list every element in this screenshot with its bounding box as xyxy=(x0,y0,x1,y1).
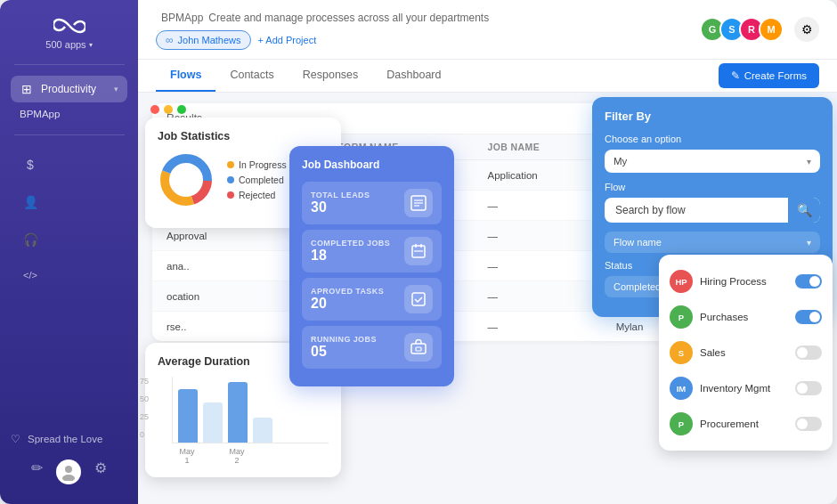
spread-love-label: Spread the Love xyxy=(28,434,102,444)
choose-option-label: Choose an option xyxy=(605,134,820,144)
legend-completed: Completed xyxy=(227,175,287,185)
completed-jobs-icon xyxy=(404,237,433,265)
username-label: John Mathews xyxy=(178,35,241,45)
bar-3 xyxy=(228,382,248,443)
user-badge[interactable]: ∞ John Mathews xyxy=(156,30,251,50)
grid-icon: ⊞ xyxy=(20,82,34,96)
sales-label: Sales xyxy=(700,347,788,358)
bar-chart-grid xyxy=(172,377,329,443)
sidebar-item-bpmapp[interactable]: BPMApp xyxy=(11,104,127,124)
sidebar-divider-2 xyxy=(14,134,125,135)
chevron-icon: ▾ xyxy=(89,41,93,49)
my-option-text: My xyxy=(614,156,627,167)
flow-name-row[interactable]: Flow name ▾ xyxy=(605,232,820,253)
job-stats-title: Job Statistics xyxy=(158,130,329,142)
legend-in-progress: In Progress xyxy=(227,159,287,170)
tab-responses[interactable]: Responses xyxy=(288,60,373,92)
purchases-avatar: P xyxy=(670,305,693,329)
flow-name-label: Flow name xyxy=(614,237,662,248)
sidebar-item-users[interactable]: 👤 xyxy=(14,189,124,215)
purchases-toggle[interactable] xyxy=(795,310,822,324)
flow-option-hiring-process[interactable]: HP Hiring Process xyxy=(659,264,833,299)
user-avatar-bottom[interactable] xyxy=(56,459,81,484)
bar-labels: May 1 May 2 xyxy=(172,447,329,465)
chevron-down-icon-2: ▾ xyxy=(807,238,811,248)
my-option-dropdown[interactable]: My ▾ xyxy=(605,150,820,173)
jd-stat-completed-jobs: Completed Jobs 18 xyxy=(302,230,442,272)
flow-option-sales[interactable]: S Sales xyxy=(659,335,833,370)
search-icon: 🔍 xyxy=(797,203,812,217)
flow-option-procurement[interactable]: P Procurement xyxy=(659,406,833,442)
rejected-dot xyxy=(227,191,234,199)
logo-area: 500 apps ▾ xyxy=(0,0,138,59)
toggle-knob xyxy=(797,383,808,394)
edit-icon: ✎ xyxy=(731,69,740,82)
sales-toggle[interactable] xyxy=(795,345,822,360)
hiring-process-avatar: HP xyxy=(670,270,693,293)
sidebar-item-code[interactable]: </> xyxy=(14,264,124,287)
infinity-icon: ∞ xyxy=(166,34,174,46)
code-icon: </> xyxy=(23,270,37,280)
topbar: BPMAppCreate and manage processes across… xyxy=(138,0,837,60)
app-logo[interactable] xyxy=(53,16,85,36)
procurement-label: Procurement xyxy=(700,419,788,429)
chevron-down-icon: ▾ xyxy=(807,157,811,167)
chevron-right-icon: ▾ xyxy=(114,85,118,93)
flow-option-purchases[interactable]: P Purchases xyxy=(659,299,833,335)
jd-stat-running-jobs: Running Jobs 05 xyxy=(302,326,442,369)
jd-stat-approved-tasks: Aproved Tasks 20 xyxy=(302,278,442,321)
tab-dashboard[interactable]: Dashboard xyxy=(372,60,455,92)
content-area: Results Flow Name Form Name Job Name Cre… xyxy=(138,93,837,504)
tabs: Flows Contacts Responses Dashboard xyxy=(156,60,455,92)
brush-icon[interactable]: ✏ xyxy=(31,459,43,484)
gear-icon: ⚙ xyxy=(801,22,813,37)
spread-love-item[interactable]: ♡ Spread the Love xyxy=(11,433,127,445)
purchases-label: Purchases xyxy=(700,312,788,322)
headset-icon: 🎧 xyxy=(23,232,37,247)
job-dashboard-title: Job Dashboard xyxy=(302,159,442,171)
sidebar-item-productivity[interactable]: ⊞ Productivity ▾ xyxy=(11,76,127,102)
settings-icon[interactable]: ⚙ xyxy=(94,459,107,484)
hiring-process-toggle[interactable] xyxy=(795,274,822,289)
sidebar-item-label: Productivity xyxy=(41,83,96,95)
tab-flows[interactable]: Flows xyxy=(156,60,215,92)
running-jobs-icon xyxy=(404,333,433,362)
procurement-toggle[interactable] xyxy=(795,417,822,431)
sidebar-item-dollar[interactable]: $ xyxy=(14,151,124,178)
sidebar-icon-section: $ 👤 🎧 </> xyxy=(0,141,138,299)
topbar-right: G S R M ⚙ xyxy=(700,17,819,42)
sidebar-item-headset[interactable]: 🎧 xyxy=(14,226,124,253)
bar-chart: 75 50 25 0 xyxy=(158,377,329,465)
approved-tasks-icon xyxy=(404,285,433,313)
procurement-avatar: P xyxy=(670,412,693,435)
sidebar-divider xyxy=(14,64,125,65)
sidebar: 500 apps ▾ ⊞ Productivity ▾ BPMApp $ 👤 xyxy=(0,0,138,504)
avatar-m[interactable]: M xyxy=(759,17,784,42)
tab-contacts[interactable]: Contacts xyxy=(215,60,288,92)
svg-point-5 xyxy=(172,166,200,194)
jd-stat-total-leads: Total Leads 30 xyxy=(302,182,442,224)
hiring-process-label: Hiring Process xyxy=(700,276,788,287)
app-container: 500 apps ▾ ⊞ Productivity ▾ BPMApp $ 👤 xyxy=(0,0,837,504)
create-forms-button[interactable]: ✎ Create Forms xyxy=(719,63,819,88)
avatar-group: G S R M xyxy=(700,17,784,42)
heart-icon: ♡ xyxy=(11,433,20,445)
search-box-container: 🔍 xyxy=(605,198,820,223)
tabs-bar: Flows Contacts Responses Dashboard ✎ Cre… xyxy=(138,60,837,93)
sidebar-nav-section: ⊞ Productivity ▾ BPMApp xyxy=(0,70,138,129)
completed-dot xyxy=(227,176,234,183)
inventory-mgmt-toggle[interactable] xyxy=(795,381,822,395)
filter-title: Filter By xyxy=(605,110,820,123)
settings-button[interactable]: ⚙ xyxy=(794,17,819,42)
svg-point-1 xyxy=(62,475,75,481)
toggle-knob xyxy=(797,347,808,358)
flow-option-inventory-mgmt[interactable]: IM Inventory Mgmt xyxy=(659,370,833,406)
topbar-left: BPMAppCreate and manage processes across… xyxy=(156,9,489,50)
flow-options-dropdown: HP Hiring Process P Purchases xyxy=(659,255,833,451)
legend-rejected: Rejected xyxy=(227,190,287,200)
donut-chart xyxy=(158,151,215,208)
add-project-link[interactable]: + Add Project xyxy=(258,35,317,45)
apps-label[interactable]: 500 apps ▾ xyxy=(45,39,92,50)
search-button[interactable]: 🔍 xyxy=(788,198,820,223)
total-leads-icon xyxy=(404,189,433,217)
